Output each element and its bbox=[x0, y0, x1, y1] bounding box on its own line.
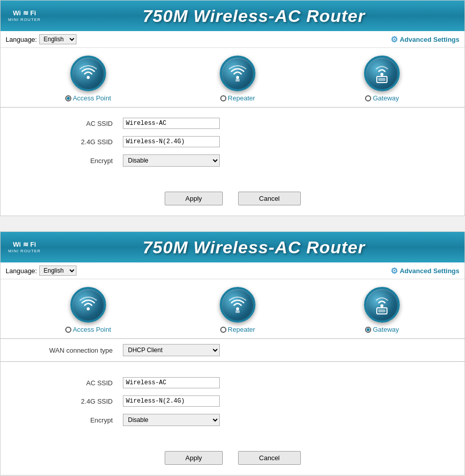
field-label-ac-ssid: AC SSID bbox=[21, 379, 123, 387]
language-selector-group: Language:EnglishChinese bbox=[6, 34, 76, 44]
mode-row: Access Point Repeater Gateway bbox=[1, 48, 464, 108]
apply-button[interactable]: Apply bbox=[165, 451, 223, 465]
field-label-ac-ssid: AC SSID bbox=[21, 120, 123, 127]
mode-text-repeater: Repeater bbox=[228, 94, 255, 102]
mode-label-repeater[interactable]: Repeater bbox=[220, 94, 255, 102]
mode-icon-access-point[interactable] bbox=[70, 287, 106, 323]
mode-radio-access-point[interactable] bbox=[65, 95, 71, 101]
field-row-ssid-24g: 2.4G SSID bbox=[21, 136, 444, 147]
mini-router-label: MINI ROUTER bbox=[8, 249, 41, 253]
cancel-button[interactable]: Cancel bbox=[238, 192, 300, 205]
advanced-settings-label: Advanced Settings bbox=[400, 267, 459, 275]
logo-area: Wi ≋ Fi MINI ROUTER bbox=[8, 10, 41, 21]
mode-label-access-point[interactable]: Access Point bbox=[65, 94, 111, 102]
field-label-encrypt: Encrypt bbox=[21, 157, 123, 165]
field-label-encrypt: Encrypt bbox=[21, 416, 123, 424]
svg-point-9 bbox=[380, 304, 383, 307]
mode-icon-access-point[interactable] bbox=[70, 56, 106, 91]
mode-row: Access Point Repeater Gateway bbox=[1, 279, 464, 339]
wifi-logo: Wi ≋ Fi bbox=[13, 241, 36, 248]
svg-point-0 bbox=[87, 76, 90, 79]
mode-radio-gateway[interactable] bbox=[365, 95, 371, 101]
mode-item-access-point: Access Point bbox=[65, 287, 111, 333]
mode-icon-gateway[interactable] bbox=[364, 56, 400, 91]
language-label: Language: bbox=[6, 36, 37, 43]
svg-rect-2 bbox=[236, 79, 240, 82]
router-panel-2: Wi ≋ Fi MINI ROUTER 750M Wireless-AC Rou… bbox=[0, 231, 465, 475]
svg-point-7 bbox=[236, 307, 239, 310]
field-input-ssid-24g[interactable] bbox=[123, 395, 220, 407]
mode-item-access-point: Access Point bbox=[65, 56, 111, 102]
mode-icon-gateway[interactable] bbox=[364, 287, 400, 323]
wifi-logo: Wi ≋ Fi bbox=[13, 10, 36, 17]
form-area: AC SSID2.4G SSIDEncryptDisableWEPWPAWPA2 bbox=[1, 367, 464, 443]
advanced-settings-label: Advanced Settings bbox=[400, 36, 459, 43]
page-title: 750M Wireless-AC Router bbox=[51, 237, 457, 257]
advanced-settings-link[interactable]: ⚙ Advanced Settings bbox=[391, 35, 459, 44]
field-row-ssid-24g: 2.4G SSID bbox=[21, 395, 444, 407]
svg-rect-5 bbox=[378, 78, 385, 81]
field-select-encrypt[interactable]: DisableWEPWPAWPA2 bbox=[123, 414, 220, 426]
mode-text-gateway: Gateway bbox=[373, 326, 399, 333]
button-row: ApplyCancel bbox=[1, 443, 464, 475]
gear-icon: ⚙ bbox=[391, 35, 398, 44]
mode-label-repeater[interactable]: Repeater bbox=[220, 326, 255, 333]
page-title: 750M Wireless-AC Router bbox=[51, 6, 457, 26]
field-input-ac-ssid[interactable] bbox=[123, 118, 220, 129]
field-label-ssid-24g: 2.4G SSID bbox=[21, 398, 123, 405]
field-row-encrypt: EncryptDisableWEPWPAWPA2 bbox=[21, 154, 444, 167]
language-bar: Language:EnglishChinese ⚙ Advanced Setti… bbox=[1, 31, 464, 48]
mode-item-repeater: Repeater bbox=[220, 287, 255, 333]
header: Wi ≋ Fi MINI ROUTER 750M Wireless-AC Rou… bbox=[1, 1, 464, 31]
language-label: Language: bbox=[6, 267, 37, 275]
mode-icon-repeater[interactable] bbox=[220, 287, 255, 323]
advanced-settings-link[interactable]: ⚙ Advanced Settings bbox=[391, 266, 459, 276]
mode-radio-repeater[interactable] bbox=[220, 95, 226, 101]
svg-point-6 bbox=[87, 307, 90, 310]
wan-label: WAN connection type bbox=[21, 347, 123, 354]
svg-rect-11 bbox=[378, 309, 385, 312]
language-select[interactable]: EnglishChinese bbox=[39, 266, 76, 276]
form-area: AC SSID2.4G SSIDEncryptDisableWEPWPAWPA2 bbox=[1, 108, 464, 184]
field-input-ac-ssid[interactable] bbox=[123, 377, 220, 388]
mode-radio-gateway[interactable] bbox=[365, 327, 371, 333]
router-panel-1: Wi ≋ Fi MINI ROUTER 750M Wireless-AC Rou… bbox=[0, 0, 465, 216]
mode-label-gateway[interactable]: Gateway bbox=[365, 326, 399, 333]
field-row-ac-ssid: AC SSID bbox=[21, 118, 444, 129]
field-row-encrypt: EncryptDisableWEPWPAWPA2 bbox=[21, 414, 444, 426]
mode-label-access-point[interactable]: Access Point bbox=[65, 326, 111, 333]
mode-radio-repeater[interactable] bbox=[220, 327, 226, 333]
apply-button[interactable]: Apply bbox=[165, 192, 223, 205]
language-selector-group: Language:EnglishChinese bbox=[6, 266, 76, 276]
gear-icon: ⚙ bbox=[391, 266, 398, 276]
logo-area: Wi ≋ Fi MINI ROUTER bbox=[8, 241, 41, 253]
mode-icon-repeater[interactable] bbox=[220, 56, 255, 91]
mode-text-gateway: Gateway bbox=[373, 94, 399, 102]
mode-text-access-point: Access Point bbox=[73, 94, 111, 102]
mini-router-label: MINI ROUTER bbox=[8, 17, 41, 22]
button-row: ApplyCancel bbox=[1, 184, 464, 216]
mode-label-gateway[interactable]: Gateway bbox=[365, 94, 399, 102]
wan-row: WAN connection typeDHCP ClientStatic IPP… bbox=[1, 339, 464, 362]
mode-radio-access-point[interactable] bbox=[65, 327, 71, 333]
mode-item-repeater: Repeater bbox=[220, 56, 255, 102]
language-select[interactable]: EnglishChinese bbox=[39, 34, 76, 44]
mode-item-gateway: Gateway bbox=[364, 287, 400, 333]
field-select-encrypt[interactable]: DisableWEPWPAWPA2 bbox=[123, 154, 220, 167]
field-row-ac-ssid: AC SSID bbox=[21, 377, 444, 388]
language-bar: Language:EnglishChinese ⚙ Advanced Setti… bbox=[1, 262, 464, 279]
svg-point-1 bbox=[236, 76, 239, 79]
svg-rect-8 bbox=[236, 310, 240, 313]
header: Wi ≋ Fi MINI ROUTER 750M Wireless-AC Rou… bbox=[1, 232, 464, 262]
mode-text-repeater: Repeater bbox=[228, 326, 255, 333]
field-input-ssid-24g[interactable] bbox=[123, 136, 220, 147]
mode-item-gateway: Gateway bbox=[364, 56, 400, 102]
mode-text-access-point: Access Point bbox=[73, 326, 111, 333]
svg-point-3 bbox=[380, 73, 383, 76]
field-label-ssid-24g: 2.4G SSID bbox=[21, 138, 123, 146]
wan-connection-select[interactable]: DHCP ClientStatic IPPPPoE bbox=[123, 344, 220, 356]
cancel-button[interactable]: Cancel bbox=[238, 451, 300, 465]
